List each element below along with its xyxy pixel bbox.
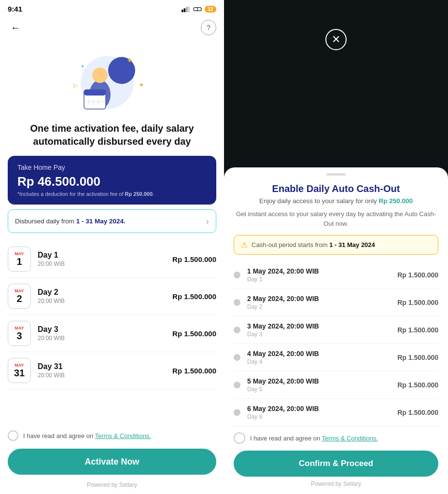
link-icon: [193, 6, 202, 13]
day-badge: MAY 31: [8, 358, 31, 383]
disburse-arrow: ›: [206, 216, 209, 227]
modal-description: Get instant access to your salary every …: [234, 209, 438, 228]
modal-day-row: 1 May 2024, 20:00 WIB Day 1 Rp 1.500.000: [234, 261, 438, 289]
modal-day-row: 2 May 2024, 20:00 WIB Day 2 Rp 1.500.000: [234, 289, 438, 316]
timeline-dot: [234, 382, 240, 388]
day-row: MAY 2 Day 2 20:00 WIB Rp 1.500.000: [8, 278, 216, 315]
svg-rect-0: [182, 9, 183, 12]
modal-day-amount: Rp 1.500.000: [397, 381, 438, 389]
day-name: Day 31: [38, 362, 172, 371]
activate-now-button[interactable]: Activate Now: [8, 449, 216, 475]
modal-day-amount: Rp 1.500.000: [397, 299, 438, 306]
modal-day-amount: Rp 1.500.000: [397, 409, 438, 416]
terms-checkbox[interactable]: [8, 430, 18, 441]
svg-text:✦: ✦: [139, 81, 144, 89]
day-num: 1: [16, 256, 22, 267]
modal-terms-row: I have read and agree on Terms & Conditi…: [234, 426, 438, 448]
day-amount: Rp 1.500.000: [172, 292, 216, 301]
modal-day-label: Day 2: [247, 303, 397, 310]
modal-day-amount: Rp 1.500.000: [397, 271, 438, 279]
day-row: MAY 1 Day 1 20:00 WIB Rp 1.500.000: [8, 241, 216, 278]
days-list: MAY 1 Day 1 20:00 WIB Rp 1.500.000 MAY 2…: [8, 241, 216, 422]
take-home-note: *Includes a deduction for the activation…: [17, 191, 207, 197]
terms-link[interactable]: Terms & Conditions.: [95, 432, 151, 439]
modal-day-row: 6 May 2024, 20:00 WIB Day 6 Rp 1.500.000: [234, 399, 438, 426]
svg-rect-2: [186, 7, 188, 12]
modal-terms-link[interactable]: Terms & Conditions.: [322, 435, 378, 442]
modal-day-date: 3 May 2024, 20:00 WIB: [247, 322, 397, 330]
powered-by-left: Powered by Setlary: [0, 479, 224, 494]
svg-rect-11: [84, 90, 106, 96]
modal-day-info: 4 May 2024, 20:00 WIB Day 4: [247, 350, 397, 365]
terms-row: I have read and agree on Terms & Conditi…: [0, 425, 224, 447]
day-num: 3: [16, 330, 22, 341]
modal-day-label: Day 6: [247, 413, 397, 420]
close-modal-button[interactable]: ✕: [325, 29, 347, 50]
day-time: 20:00 WIB: [38, 372, 172, 379]
modal-day-row: 3 May 2024, 20:00 WIB Day 3 Rp 1.500.000: [234, 316, 438, 344]
time-display: 9:41: [8, 5, 22, 13]
day-info: Day 1 20:00 WIB: [38, 251, 172, 267]
help-button[interactable]: ?: [201, 20, 216, 35]
svg-rect-1: [183, 8, 185, 12]
status-bar: 9:41 32: [0, 0, 224, 16]
timeline-dot: [234, 272, 240, 278]
right-panel: ✕ Enable Daily Auto Cash-Out Enjoy daily…: [224, 0, 448, 494]
modal-backdrop: ✕ Enable Daily Auto Cash-Out Enjoy daily…: [224, 0, 448, 494]
day-row: MAY 3 Day 3 20:00 WIB Rp 1.500.000: [8, 315, 216, 352]
day-month: MAY: [14, 363, 24, 368]
modal-day-info: 2 May 2024, 20:00 WIB Day 2: [247, 295, 397, 310]
modal-day-label: Day 1: [247, 276, 397, 283]
status-icons: 32: [182, 6, 216, 13]
modal-day-label: Day 5: [247, 386, 397, 393]
cashout-period-banner: ⚠ Cash-out period starts from 1 - 31 May…: [234, 235, 438, 255]
hero-title: One time activation fee, daily salary au…: [0, 116, 224, 156]
day-month: MAY: [14, 251, 24, 256]
day-time: 20:00 WIB: [38, 335, 172, 342]
modal-day-info: 5 May 2024, 20:00 WIB Day 5: [247, 377, 397, 393]
svg-text:✦: ✦: [126, 56, 133, 65]
confirm-proceed-button[interactable]: Confirm & Proceed: [234, 451, 438, 477]
day-info: Day 3 20:00 WIB: [38, 325, 172, 342]
day-name: Day 3: [38, 325, 172, 334]
status-time: 9:41: [8, 5, 24, 13]
day-month: MAY: [14, 326, 24, 330]
day-info: Day 31 20:00 WIB: [38, 362, 172, 379]
hero-image: ✦ ▷ ✦ ✦: [0, 39, 224, 116]
powered-by-right: Powered by Setlary: [234, 480, 438, 494]
day-row: MAY 31 Day 31 20:00 WIB Rp 1.500.000: [8, 352, 216, 389]
modal-day-date: 4 May 2024, 20:00 WIB: [247, 350, 397, 357]
modal-day-date: 5 May 2024, 20:00 WIB: [247, 377, 397, 385]
modal-day-label: Day 4: [247, 358, 397, 365]
modal-day-row: 4 May 2024, 20:00 WIB Day 4 Rp 1.500.000: [234, 344, 438, 371]
day-time: 20:00 WIB: [38, 261, 172, 267]
modal-terms-checkbox[interactable]: [234, 432, 245, 444]
day-info: Day 2 20:00 WIB: [38, 288, 172, 304]
back-button[interactable]: ←: [8, 20, 23, 35]
modal-day-date: 2 May 2024, 20:00 WIB: [247, 295, 397, 302]
day-month: MAY: [14, 288, 24, 293]
modal-day-amount: Rp 1.500.000: [397, 326, 438, 334]
day-name: Day 2: [38, 288, 172, 297]
left-panel: 9:41 32 ← ?: [0, 0, 224, 494]
modal-terms-text: I have read and agree on Terms & Conditi…: [250, 435, 378, 442]
modal-day-info: 3 May 2024, 20:00 WIB Day 3: [247, 322, 397, 338]
signal-icon: [182, 6, 190, 13]
modal-day-date: 6 May 2024, 20:00 WIB: [247, 405, 397, 412]
disburse-banner[interactable]: Disbursed daily from 1 - 31 May 2024. ›: [8, 209, 216, 233]
day-badge: MAY 3: [8, 321, 31, 346]
timeline-dot: [234, 409, 240, 416]
modal-day-date: 1 May 2024, 20:00 WIB: [247, 267, 397, 275]
day-amount: Rp 1.500.000: [172, 367, 216, 375]
modal-day-row: 5 May 2024, 20:00 WIB Day 5 Rp 1.500.000: [234, 371, 438, 399]
disburse-range: 1 - 31 May 2024.: [76, 218, 126, 225]
day-time: 20:00 WIB: [38, 298, 172, 304]
modal-title: Enable Daily Auto Cash-Out: [234, 183, 438, 194]
timeline-dot: [234, 354, 240, 361]
day-badge: MAY 1: [8, 247, 31, 272]
modal-days-list: 1 May 2024, 20:00 WIB Day 1 Rp 1.500.000…: [234, 261, 438, 426]
modal-day-info: 1 May 2024, 20:00 WIB Day 1: [247, 267, 397, 283]
modal-day-amount: Rp 1.500.000: [397, 354, 438, 361]
disburse-prefix: Disbursed daily from: [15, 218, 76, 225]
modal-handle: [326, 173, 346, 176]
